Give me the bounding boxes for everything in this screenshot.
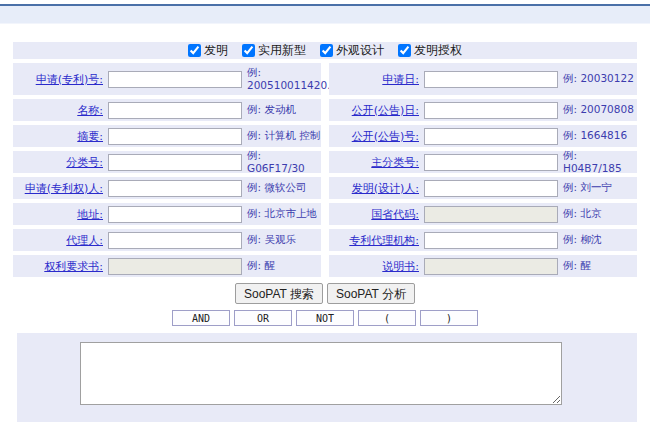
field-label-app-number[interactable]: 申请(专利)号: <box>13 72 103 87</box>
field-cell-applicant: 申请(专利权)人: 例: 微软公司 <box>13 177 321 199</box>
field-cell-abstract: 摘要: 例: 计算机 控制 <box>13 125 321 147</box>
field-cell-description: 说明书: 例: 醒 <box>329 255 637 277</box>
field-cell-title: 名称: 例: 发动机 <box>13 99 321 121</box>
field-label-title[interactable]: 名称: <box>13 103 103 118</box>
header-bar <box>0 6 650 24</box>
field-label-abstract[interactable]: 摘要: <box>13 129 103 144</box>
field-cell-claims: 权利要求书: 例: 醒 <box>13 255 321 277</box>
pub-number-example: 例: 1664816 <box>563 129 637 142</box>
abstract-input[interactable] <box>108 128 242 145</box>
applicant-input[interactable] <box>108 180 242 197</box>
inventor-input[interactable] <box>424 180 558 197</box>
description-input <box>424 258 558 275</box>
title-input[interactable] <box>108 102 242 119</box>
query-expression-textarea[interactable] <box>80 342 562 405</box>
field-cell-inventor: 发明(设计)人: 例: 刘一宁 <box>329 177 637 199</box>
patent-search-form: 发明 实用新型 外观设计 发明授权 申请(专利)号: 例: 2005100114… <box>13 42 637 422</box>
field-cell-address: 地址: 例: 北京市上地 <box>13 203 321 225</box>
address-input[interactable] <box>108 206 242 223</box>
form-row-6: 地址: 例: 北京市上地 国省代码: 例: 北京 <box>13 203 637 225</box>
main-ipc-class-example: 例: H04B7/185 <box>563 149 637 175</box>
soopat-search-button[interactable]: SooPAT 搜索 <box>235 283 323 304</box>
action-button-row: SooPAT 搜索 SooPAT 分析 <box>13 283 637 304</box>
form-row-3: 摘要: 例: 计算机 控制 公开(公告)号: 例: 1664816 <box>13 125 637 147</box>
checkbox-granted-invention[interactable]: 发明授权 <box>398 42 462 59</box>
field-label-pub-date[interactable]: 公开(公告)日: <box>329 103 419 118</box>
ipc-class-input[interactable] <box>108 154 242 171</box>
field-cell-province-code: 国省代码: 例: 北京 <box>329 203 637 225</box>
pub-date-example: 例: 20070808 <box>563 103 637 116</box>
field-cell-pub-number: 公开(公告)号: 例: 1664816 <box>329 125 637 147</box>
field-label-app-date[interactable]: 申请日: <box>329 72 419 87</box>
agent-input[interactable] <box>108 232 242 249</box>
patent-type-checkbox-row: 发明 实用新型 外观设计 发明授权 <box>13 42 637 59</box>
title-example: 例: 发动机 <box>247 103 321 116</box>
utility-model-checkbox[interactable] <box>242 44 255 57</box>
operator-and-button[interactable]: AND <box>172 310 230 326</box>
operator-button-row: AND OR NOT ( ) <box>13 310 637 326</box>
field-label-province-code[interactable]: 国省代码: <box>329 207 419 222</box>
field-label-address[interactable]: 地址: <box>13 207 103 222</box>
claims-example: 例: 醒 <box>247 259 321 272</box>
form-row-5: 申请(专利权)人: 例: 微软公司 发明(设计)人: 例: 刘一宁 <box>13 177 637 199</box>
abstract-example: 例: 计算机 控制 <box>247 129 321 142</box>
field-cell-app-number: 申请(专利)号: 例: 200510011420.0 <box>13 63 321 95</box>
field-label-applicant[interactable]: 申请(专利权)人: <box>13 181 103 196</box>
invention-checkbox[interactable] <box>188 44 201 57</box>
field-cell-agency: 专利代理机构: 例: 柳沈 <box>329 229 637 251</box>
agency-example: 例: 柳沈 <box>563 233 637 246</box>
applicant-example: 例: 微软公司 <box>247 181 321 194</box>
checkbox-invention[interactable]: 发明 <box>188 42 228 59</box>
invention-checkbox-label: 发明 <box>204 42 228 59</box>
province-code-example: 例: 北京 <box>563 207 637 220</box>
granted-invention-checkbox[interactable] <box>398 44 411 57</box>
design-checkbox-label: 外观设计 <box>336 42 384 59</box>
app-number-input[interactable] <box>108 71 242 88</box>
form-row-7: 代理人: 例: 吴观乐 专利代理机构: 例: 柳沈 <box>13 229 637 251</box>
design-checkbox[interactable] <box>320 44 333 57</box>
field-label-agent[interactable]: 代理人: <box>13 233 103 248</box>
checkbox-utility-model[interactable]: 实用新型 <box>242 42 306 59</box>
field-label-ipc-class[interactable]: 分类号: <box>13 155 103 170</box>
field-cell-ipc-class: 分类号: 例: G06F17/30 <box>13 151 321 173</box>
utility-model-checkbox-label: 实用新型 <box>258 42 306 59</box>
app-date-example: 例: 20030122 <box>563 72 637 85</box>
address-example: 例: 北京市上地 <box>247 207 321 220</box>
granted-invention-checkbox-label: 发明授权 <box>414 42 462 59</box>
app-date-input[interactable] <box>424 71 558 88</box>
field-label-agency[interactable]: 专利代理机构: <box>329 233 419 248</box>
soopat-analyze-button[interactable]: SooPAT 分析 <box>327 283 415 304</box>
field-label-pub-number[interactable]: 公开(公告)号: <box>329 129 419 144</box>
province-code-input <box>424 206 558 223</box>
field-label-main-ipc-class[interactable]: 主分类号: <box>329 155 419 170</box>
agency-input[interactable] <box>424 232 558 249</box>
agent-example: 例: 吴观乐 <box>247 233 321 246</box>
field-cell-app-date: 申请日: 例: 20030122 <box>329 63 637 95</box>
form-row-2: 名称: 例: 发动机 公开(公告)日: 例: 20070808 <box>13 99 637 121</box>
ipc-class-example: 例: G06F17/30 <box>247 149 321 175</box>
field-cell-agent: 代理人: 例: 吴观乐 <box>13 229 321 251</box>
field-label-claims[interactable]: 权利要求书: <box>13 259 103 274</box>
app-number-example: 例: 200510011420.0 <box>247 66 337 92</box>
pub-number-input[interactable] <box>424 128 558 145</box>
pub-date-input[interactable] <box>424 102 558 119</box>
operator-close-paren-button[interactable]: ) <box>420 310 478 326</box>
field-cell-main-ipc-class: 主分类号: 例: H04B7/185 <box>329 151 637 173</box>
claims-input <box>108 258 242 275</box>
operator-open-paren-button[interactable]: ( <box>358 310 416 326</box>
form-row-8: 权利要求书: 例: 醒 说明书: 例: 醒 <box>13 255 637 277</box>
checkbox-design[interactable]: 外观设计 <box>320 42 384 59</box>
description-example: 例: 醒 <box>563 259 637 272</box>
form-row-1: 申请(专利)号: 例: 200510011420.0 申请日: 例: 20030… <box>13 63 637 95</box>
field-label-description[interactable]: 说明书: <box>329 259 419 274</box>
field-cell-pub-date: 公开(公告)日: 例: 20070808 <box>329 99 637 121</box>
main-ipc-class-input[interactable] <box>424 154 558 171</box>
operator-or-button[interactable]: OR <box>234 310 292 326</box>
operator-not-button[interactable]: NOT <box>296 310 354 326</box>
query-panel <box>17 333 637 422</box>
field-label-inventor[interactable]: 发明(设计)人: <box>329 181 419 196</box>
inventor-example: 例: 刘一宁 <box>563 181 637 194</box>
form-row-4: 分类号: 例: G06F17/30 主分类号: 例: H04B7/185 <box>13 151 637 173</box>
